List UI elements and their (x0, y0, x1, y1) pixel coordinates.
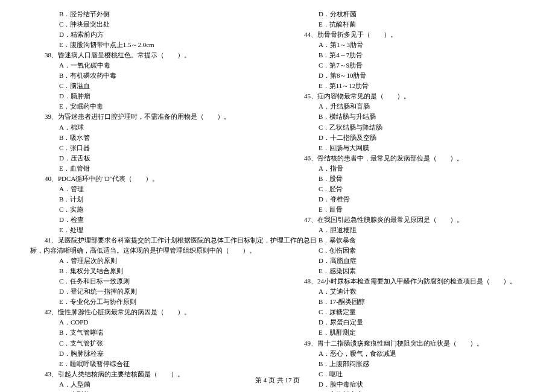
option: E．抗酸杆菌 (290, 19, 525, 30)
question-44-stem: 44、肋骨骨折多见于（ ）。 (290, 30, 525, 40)
option: E．处理 (30, 225, 265, 235)
option: B．计划 (30, 194, 265, 204)
question-45-stem: 45、疝内容物最常见的是（ ）。 (290, 91, 525, 101)
option: A．指骨 (290, 163, 525, 174)
option: B．第4～7肋骨 (290, 50, 525, 60)
option: D．登记和统一指挥的原则 (30, 286, 265, 297)
option: D．高脂血症 (290, 256, 525, 266)
option: E．肌酐测定 (290, 327, 525, 338)
question-40-stem: 40、PDCA循环中的"D"代表（ ）。 (30, 174, 265, 184)
option: B．暴饮暴食 (290, 235, 525, 245)
option: E．第11～12肋骨 (290, 81, 525, 91)
option: B．上腹部闷胀感 (290, 359, 525, 369)
option: C．肿块最突出处 (30, 19, 265, 30)
option: D．第8～10肋骨 (290, 71, 525, 81)
option: E．上腹部疼痛 (290, 390, 525, 392)
option: C．尿糖定量 (290, 307, 525, 317)
question-39-stem: 39、为昏迷患者进行口腔护理时，不需准备的用物是（ ）。 (30, 112, 265, 122)
question-42-stem: 42、慢性肺源性心脏病最常见的病因是（ ）。 (30, 307, 265, 317)
option: E．血管钳 (30, 163, 265, 174)
option: E．感染因素 (290, 266, 525, 276)
option: B．支气管哮喘 (30, 327, 265, 338)
option: C．脑溢血 (30, 81, 265, 91)
option: B．胫骨结节外侧 (30, 9, 265, 19)
option: A．COPD (30, 317, 265, 327)
question-41-stem-2: 标，内容清晰明确，高低适当。这体现的是护理管理组织原则中的（ ）。 (30, 245, 265, 256)
option: D．脑肿瘤 (30, 91, 265, 101)
left-column: B．胫骨结节外侧 C．肿块最突出处 D．精索前内方 E．腹股沟韧带中点上1.5～… (30, 9, 278, 392)
option: C．支气管扩张 (30, 338, 265, 349)
option: D．尿蛋白定量 (290, 317, 525, 327)
option: B．股骨 (290, 174, 525, 184)
option: C．第7～9肋骨 (290, 60, 525, 71)
option: C．胫骨 (290, 184, 525, 194)
option: A．棉球 (30, 122, 265, 133)
option: B．17-酮类固醇 (290, 297, 525, 307)
option: D．脊椎骨 (290, 194, 525, 204)
option: D．检查 (30, 215, 265, 225)
option: C．实施 (30, 204, 265, 215)
option: A．胆道梗阻 (290, 225, 525, 235)
option: C．创伤因素 (290, 245, 525, 256)
option: B．横结肠与升结肠 (290, 112, 525, 122)
option: C．张口器 (30, 143, 265, 153)
option: D．十二指肠及空肠 (290, 133, 525, 143)
question-47-stem: 47、在我国引起急性胰腺炎的最常见原因是（ ）。 (290, 215, 525, 225)
option: E．腹股沟韧带中点上1.5～2.0cm (30, 40, 265, 50)
option: D．分枝杆菌 (290, 9, 525, 19)
page-footer: 第 4 页 共 17 页 (0, 376, 555, 385)
option: D．胸肺脉栓塞 (30, 349, 265, 359)
question-49-stem: 49、胃十二指肠溃疡瘢痕性幽门梗阻突出的症状是（ ）。 (290, 338, 525, 349)
option: A．恶心，嗳气，食欲减退 (290, 349, 525, 359)
option: A．管理层次的原则 (30, 256, 265, 266)
option: E．趾骨 (290, 204, 525, 215)
option: B．牛型菌 (30, 390, 265, 392)
option: C．乙状结肠与降结肠 (290, 122, 525, 133)
question-38-stem: 38、昏迷病人口唇呈樱桃红色。常提示（ ）。 (30, 50, 265, 60)
option: A．管理 (30, 184, 265, 194)
question-48-stem: 48、24小时尿标本检查需要加入甲醛作为防腐剂的检查项目是（ ）。 (290, 276, 525, 286)
option: A．艾迪计数 (290, 286, 525, 297)
option: B．集权分叉结合原则 (30, 266, 265, 276)
option: A．一氧化碳中毒 (30, 60, 265, 71)
option: A．第1～3肋骨 (290, 40, 525, 50)
option: B．吸水管 (30, 133, 265, 143)
option: E．回肠与大网膜 (290, 143, 525, 153)
question-41-stem-1: 41、某医院护理部要求各科室提交的工作计划根据医院的总体工作目标制定，护理工作的… (30, 235, 265, 245)
right-column: D．分枝杆菌 E．抗酸杆菌 44、肋骨骨折多见于（ ）。 A．第1～3肋骨 B．… (278, 9, 525, 392)
option: D．压舌板 (30, 153, 265, 163)
option: A．升结肠和盲肠 (290, 101, 525, 112)
option: B．有机磷农药中毒 (30, 71, 265, 81)
option: D．精索前内方 (30, 30, 265, 40)
option: E．专业化分工与协作原则 (30, 297, 265, 307)
question-46-stem: 46、骨结核的患者中，最常见的发病部位是（ ）。 (290, 153, 525, 163)
option: E．睡眠呼吸暂停综合征 (30, 359, 265, 369)
option: E．安眠药中毒 (30, 101, 265, 112)
option: C．任务和目标一致原则 (30, 276, 265, 286)
